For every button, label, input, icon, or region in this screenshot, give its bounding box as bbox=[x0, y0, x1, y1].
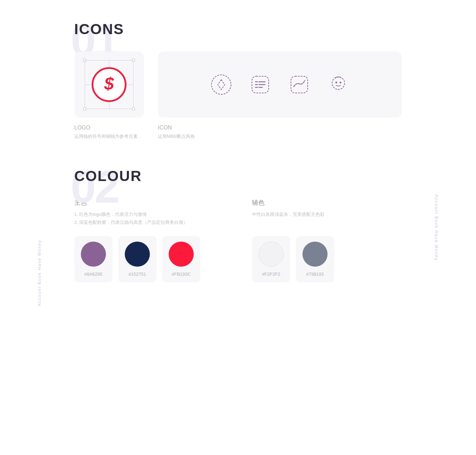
logo-card-inner: $ bbox=[85, 60, 133, 109]
grid-line-v1 bbox=[85, 60, 85, 109]
swatch-purple: #8A6295 bbox=[74, 236, 113, 282]
icon-grid-card bbox=[158, 52, 402, 118]
swatch-hex-bluegray: #798193 bbox=[306, 272, 324, 277]
icon-caption-title: ICON bbox=[158, 125, 402, 131]
side-text-right: Account Book Have Money bbox=[434, 194, 439, 261]
primary-desc-line2: 2. 深蓝色配粉紫，代表沉稳与高贵（产品定位商务白领） bbox=[74, 218, 224, 226]
corner-tl bbox=[83, 59, 86, 62]
corner-tr bbox=[132, 59, 135, 62]
page-container: 01 ICONS bbox=[46, 0, 430, 331]
icons-caption-row: LOGO 运用钱的符号和铜钱为参考元素 ICON 运用MBE断点风格 bbox=[74, 125, 402, 140]
icon-caption-block: ICON 运用MBE断点风格 bbox=[158, 125, 402, 140]
icon-caption-desc: 运用MBE断点风格 bbox=[158, 133, 402, 140]
secondary-colour-title: 辅色 bbox=[252, 198, 402, 207]
svg-point-9 bbox=[332, 77, 345, 89]
swatch-red: #FB193C bbox=[162, 236, 200, 282]
svg-point-11 bbox=[340, 82, 341, 84]
swatch-circle-lightgray bbox=[259, 242, 284, 267]
secondary-swatches: #F2F2F2 #798193 bbox=[252, 236, 402, 282]
diamond-icon bbox=[209, 72, 234, 97]
swatch-navy: #152751 bbox=[118, 236, 156, 282]
swatch-hex-lightgray: #F2F2F2 bbox=[262, 272, 281, 277]
side-text-left: Account Book Have Money bbox=[37, 240, 42, 306]
logo-caption-title: LOGO bbox=[74, 125, 144, 131]
icons-content: $ bbox=[74, 52, 402, 118]
colour-section: 02 COLOUR 主色 1. 红色为logo颜色，代表活力与激情 2. 深蓝色… bbox=[74, 168, 402, 282]
colour-section-title: COLOUR bbox=[74, 168, 402, 185]
swatch-hex-navy: #152751 bbox=[129, 272, 146, 277]
svg-point-10 bbox=[336, 82, 337, 84]
swatch-circle-purple bbox=[81, 242, 106, 267]
swatch-circle-red bbox=[169, 242, 194, 267]
colour-content: 主色 1. 红色为logo颜色，代表活力与激情 2. 深蓝色配粉紫，代表沉稳与高… bbox=[74, 198, 402, 282]
swatch-circle-navy bbox=[125, 242, 150, 267]
primary-colour-desc: 1. 红色为logo颜色，代表活力与激情 2. 深蓝色配粉紫，代表沉稳与高贵（产… bbox=[74, 210, 224, 228]
secondary-colour-group: 辅色 中性白灰跟浅蓝灰，完美搭配主色彩 #F2F2F2 #798193 bbox=[252, 198, 402, 282]
swatch-hex-purple: #8A6295 bbox=[84, 272, 102, 277]
icons-section: 01 ICONS bbox=[74, 21, 402, 140]
dollar-icon: $ bbox=[92, 67, 126, 102]
svg-point-0 bbox=[212, 75, 231, 94]
logo-caption-desc: 运用钱的符号和铜钱为参考元素 bbox=[74, 133, 144, 140]
grid-line-v3 bbox=[133, 60, 133, 109]
swatch-hex-red: #FB193C bbox=[172, 272, 191, 277]
corner-br bbox=[132, 108, 135, 110]
primary-swatches: #8A6295 #152751 #FB193C bbox=[74, 236, 224, 282]
logo-card: $ bbox=[74, 52, 144, 118]
face-icon bbox=[326, 72, 351, 97]
swatch-lightgray: #F2F2F2 bbox=[252, 236, 290, 282]
secondary-colour-desc: 中性白灰跟浅蓝灰，完美搭配主色彩 bbox=[252, 210, 402, 228]
chart-icon bbox=[287, 72, 312, 97]
list-icon bbox=[248, 72, 273, 97]
svg-rect-8 bbox=[291, 76, 308, 93]
logo-caption-block: LOGO 运用钱的符号和铜钱为参考元素 bbox=[74, 125, 144, 140]
dollar-sign: $ bbox=[104, 75, 114, 93]
icons-section-title: ICONS bbox=[74, 21, 402, 38]
swatch-bluegray: #798193 bbox=[296, 236, 334, 282]
corner-bl bbox=[83, 108, 86, 110]
swatch-circle-bluegray bbox=[302, 242, 328, 267]
